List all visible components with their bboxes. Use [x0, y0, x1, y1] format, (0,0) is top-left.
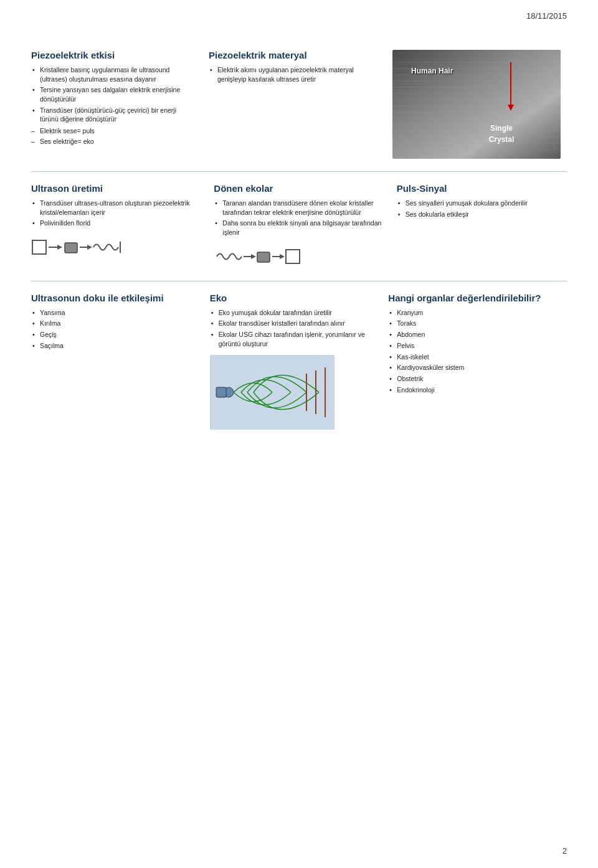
list-item: Kranyum [388, 308, 554, 318]
hair-crystal-col: Human Hair Single Crystal [386, 50, 567, 159]
svg-marker-23 [57, 245, 62, 250]
list-item: Taranan alandan transdüsere dönen ekolar… [214, 199, 384, 217]
eko-bullets: Eko yumuşak dokular tarafından üretilir … [210, 308, 376, 349]
piezoelektrik-etkisi-bullets: Kristallere basınç uygulanması ile ultra… [31, 65, 196, 124]
svg-rect-33 [286, 250, 300, 263]
puls-sinyal-bullets: Ses sinyalleri yumuşak dokulara gönderil… [397, 199, 567, 219]
svg-marker-32 [280, 254, 285, 259]
eko-title: Eko [210, 293, 376, 303]
svg-rect-21 [32, 240, 46, 254]
svg-marker-29 [251, 254, 256, 259]
list-item: Ses dokularla etkileşir [397, 210, 567, 219]
list-item: Elektrik akımı uygulanan piezoelektrik m… [209, 65, 374, 83]
ultrasonun-doku-title: Ultrasonun doku ile etkileşimi [31, 293, 197, 303]
list-item: Transdüser ultrases-ultrason oluşturan p… [31, 199, 201, 217]
svg-text:Human Hair: Human Hair [411, 67, 453, 75]
ultrason-uretimi-col: Ultrason üretimi Transdüser ultrases-ult… [31, 183, 214, 270]
list-item: Toraks [388, 319, 554, 328]
piezoelektrik-etkisi-dashes: Elektrik sese= puls Ses elektriğe= eko [31, 126, 196, 146]
piezoelektrik-materyal-col: Piezoelektrik materyal Elektrik akımı uy… [209, 50, 386, 159]
top-section: Piezoelektrik etkisi Kristallere basınç … [31, 50, 567, 172]
list-item: Pelvis [388, 341, 554, 351]
list-item: Endokrinoloji [388, 385, 554, 395]
list-item: Ekolar transdüser kristalleri tarafından… [210, 319, 376, 328]
transducer-svg [31, 235, 131, 260]
donen-svg [214, 245, 313, 270]
hangi-organlar-title: Hangi organlar değerlendirilebilir? [388, 293, 554, 303]
svg-marker-26 [87, 245, 92, 250]
donen-ekolar-bullets: Taranan alandan transdüsere dönen ekolar… [214, 199, 384, 237]
eko-col: Eko Eko yumuşak dokular tarafından üreti… [210, 293, 389, 430]
ultrasonun-doku-col: Ultrasonun doku ile etkileşimi Yansıma K… [31, 293, 210, 430]
svg-text:Single: Single [490, 124, 513, 133]
list-item: Kardiyovasküler sistem [388, 363, 554, 372]
piezoelektrik-etkisi-col: Piezoelektrik etkisi Kristallere basınç … [31, 50, 209, 159]
list-item: Abdomen [388, 330, 554, 339]
list-item: Elektrik sese= puls [31, 126, 196, 136]
list-item: Ses sinyalleri yumuşak dokulara gönderil… [397, 199, 567, 208]
eko-image [210, 355, 335, 430]
list-item: Geçiş [31, 330, 197, 339]
list-item: Yansıma [31, 308, 197, 318]
list-item: Saçılma [31, 341, 197, 351]
eko-svg [210, 355, 335, 430]
list-item: Kristallere basınç uygulanması ile ultra… [31, 65, 196, 83]
list-item: Daha sonra bu elektrik sinyali ana bilgi… [214, 219, 384, 237]
hair-crystal-image: Human Hair Single Crystal [392, 50, 561, 159]
list-item: Transdüser (dönüştürücü-güç çevirici) bi… [31, 106, 196, 124]
list-item: Ses elektriğe= eko [31, 137, 196, 146]
page: 18/11/2015 Piezoelektrik etkisi Kristall… [0, 0, 598, 868]
list-item: Kırılma [31, 319, 197, 328]
svg-rect-39 [216, 387, 226, 397]
donen-ekolar-title: Dönen ekolar [214, 183, 384, 194]
ultrason-uretimi-title: Ultrason üretimi [31, 183, 201, 194]
list-item: Eko yumuşak dokular tarafından üretilir [210, 308, 376, 318]
list-item: Tersine yansıyan ses dalgaları elektrik … [31, 85, 196, 103]
bottom-section: Ultrasonun doku ile etkileşimi Yansıma K… [31, 281, 567, 430]
list-item: Poliviniliden florid [31, 219, 201, 228]
transducer-diagram [31, 235, 201, 260]
hangi-organlar-col: Hangi organlar değerlendirilebilir? Kran… [388, 293, 567, 430]
crystal-texture-svg: Human Hair Single Crystal [392, 50, 561, 159]
list-item: Obstetrik [388, 374, 554, 384]
svg-rect-30 [257, 252, 270, 262]
donen-diagram [214, 245, 384, 270]
list-item: Ekolar USG cihazı tarafından işlenir, yo… [210, 330, 376, 348]
ultrasonun-doku-bullets: Yansıma Kırılma Geçiş Saçılma [31, 308, 197, 351]
page-number-bottom: 2 [562, 846, 567, 856]
puls-sinyal-title: Puls-Sinyal [397, 183, 567, 194]
puls-sinyal-col: Puls-Sinyal Ses sinyalleri yumuşak dokul… [397, 183, 567, 270]
donen-ekolar-col: Dönen ekolar Taranan alandan transdüsere… [214, 183, 396, 270]
piezoelektrik-materyal-bullets: Elektrik akımı uygulanan piezoelektrik m… [209, 65, 374, 83]
svg-rect-24 [65, 243, 77, 253]
piezoelektrik-materyal-title: Piezoelektrik materyal [209, 50, 374, 60]
ultrason-uretimi-bullets: Transdüser ultrases-ultrason oluşturan p… [31, 199, 201, 228]
hangi-organlar-bullets: Kranyum Toraks Abdomen Pelvis Kas-iskele… [388, 308, 554, 395]
mid-section: Ultrason üretimi Transdüser ultrases-ult… [31, 172, 567, 281]
svg-text:Crystal: Crystal [489, 135, 515, 144]
list-item: Kas-iskelet [388, 352, 554, 362]
page-date: 18/11/2015 [526, 11, 567, 21]
piezoelektrik-etkisi-title: Piezoelektrik etkisi [31, 50, 196, 60]
